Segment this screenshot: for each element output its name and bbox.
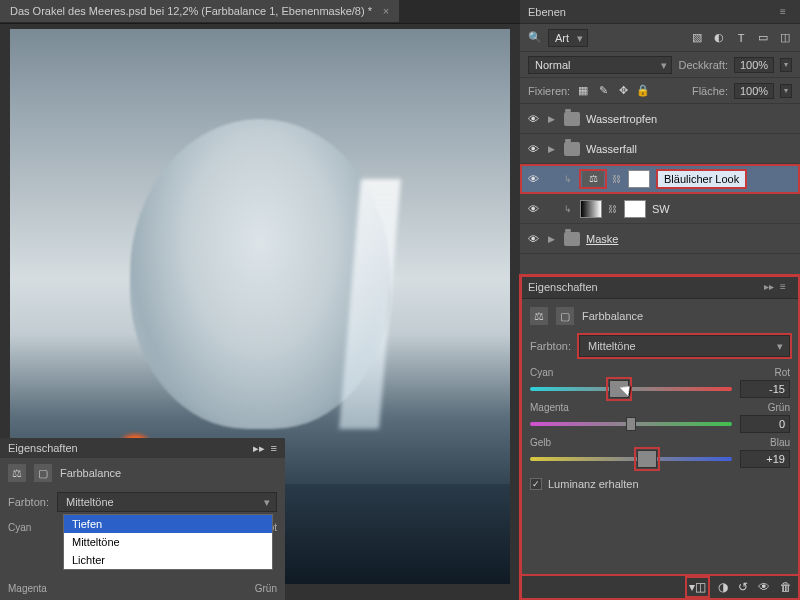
link-icon[interactable]: ⛓: [608, 204, 618, 214]
color-balance-icon: ⚖: [530, 307, 548, 325]
properties-panel-header[interactable]: Eigenschaften ▸▸ ≡: [520, 275, 800, 299]
layer-group[interactable]: 👁 ▶ Wasserfall: [520, 134, 800, 164]
layers-filter-row: 🔍 Art ▧ ◐ T ▭ ◫: [520, 24, 800, 52]
slider-magenta-green-labels: Magenta Grün: [8, 583, 277, 594]
panel-menu-icon[interactable]: ≡: [271, 442, 277, 455]
tone-value: Mitteltöne: [588, 340, 636, 352]
layer-adjustment[interactable]: 👁 ↳ ⛓ SW: [520, 194, 800, 224]
dropdown-option[interactable]: Tiefen: [64, 515, 272, 533]
opacity-stepper-icon[interactable]: ▾: [780, 58, 792, 72]
color-balance-icon: ⚖: [582, 170, 604, 188]
lock-move-icon[interactable]: ✥: [616, 84, 630, 98]
opacity-value[interactable]: 100%: [734, 57, 774, 73]
slider-thumb[interactable]: [609, 380, 629, 398]
properties-panel: Eigenschaften ▸▸ ≡ ⚖ ▢ Farbbalance Farbt…: [520, 275, 800, 600]
dropdown-option[interactable]: Lichter: [64, 551, 272, 569]
layer-kind-dropdown[interactable]: Art: [548, 29, 588, 47]
layer-mask[interactable]: [628, 170, 650, 188]
tone-label: Farbton:: [8, 496, 49, 508]
tone-dropdown-list: Tiefen Mitteltöne Lichter: [63, 514, 273, 570]
preserve-luminosity-label: Luminanz erhalten: [548, 478, 639, 490]
slider-left-label: Magenta: [530, 402, 569, 413]
tone-dropdown[interactable]: Mitteltöne: [579, 335, 790, 357]
folder-icon: [564, 142, 580, 156]
layer-mask[interactable]: [624, 200, 646, 218]
panel-menu-icon[interactable]: ≡: [780, 281, 792, 293]
layer-group[interactable]: 👁 ▶ Wassertropfen: [520, 104, 800, 134]
document-title: Das Orakel des Meeres.psd bei 12,2% (Far…: [10, 5, 372, 17]
visibility-icon[interactable]: 👁: [528, 203, 542, 215]
fill-stepper-icon[interactable]: ▾: [780, 84, 792, 98]
expand-icon[interactable]: ▶: [548, 144, 558, 154]
lock-all-icon[interactable]: 🔒: [636, 84, 650, 98]
delete-icon[interactable]: 🗑: [780, 580, 792, 594]
properties-body: ⚖ ▢ Farbbalance Farbton: Mitteltöne Cyan…: [520, 299, 800, 498]
clip-icon: ↳: [564, 204, 574, 214]
adjustment-title-row: ⚖ ▢ Farbbalance: [530, 307, 790, 325]
panel-menu-icon[interactable]: ≡: [780, 6, 792, 18]
toggle-visibility-icon[interactable]: 👁: [758, 580, 770, 594]
slider-left-label: Cyan: [530, 367, 553, 378]
layer-name[interactable]: Wassertropfen: [586, 113, 657, 125]
slider-right-label: Rot: [774, 367, 790, 378]
preserve-luminosity-row[interactable]: ✓ Luminanz erhalten: [530, 478, 790, 490]
expand-icon[interactable]: ▶: [548, 234, 558, 244]
slider-value[interactable]: +19: [740, 450, 790, 468]
properties-panel-title: Eigenschaften: [528, 281, 598, 293]
document-tab-bar: Das Orakel des Meeres.psd bei 12,2% (Far…: [0, 0, 520, 24]
slider-yellow-blue: GelbBlau +19: [530, 437, 790, 468]
visibility-icon[interactable]: 👁: [528, 113, 542, 125]
filter-image-icon[interactable]: ▧: [690, 31, 704, 45]
folder-icon: [564, 112, 580, 126]
slider-value[interactable]: -15: [740, 380, 790, 398]
close-icon[interactable]: ×: [383, 5, 389, 17]
reset-icon[interactable]: ↺: [738, 580, 748, 594]
visibility-icon[interactable]: 👁: [528, 143, 542, 155]
visibility-icon[interactable]: 👁: [528, 233, 542, 245]
layer-name[interactable]: SW: [652, 203, 670, 215]
lock-paint-icon[interactable]: ✎: [596, 84, 610, 98]
slider-left-label: Magenta: [8, 583, 47, 594]
document-tab[interactable]: Das Orakel des Meeres.psd bei 12,2% (Far…: [0, 0, 399, 22]
layers-panel-title: Ebenen: [528, 6, 566, 18]
mask-icon[interactable]: ▢: [34, 464, 52, 482]
layer-group[interactable]: 👁 ▶ Maske: [520, 224, 800, 254]
properties-panel-left-header[interactable]: Eigenschaften ▸▸≡: [0, 438, 285, 458]
search-icon[interactable]: 🔍: [528, 31, 542, 44]
view-previous-icon[interactable]: ◑: [718, 580, 728, 594]
properties-panel-left-title: Eigenschaften: [8, 442, 78, 454]
layer-name[interactable]: Wasserfall: [586, 143, 637, 155]
filter-shape-icon[interactable]: ▭: [756, 31, 770, 45]
slider-track[interactable]: [530, 387, 732, 391]
adjustment-title: Farbbalance: [582, 310, 643, 322]
clip-to-layer-icon[interactable]: ▾◫: [687, 578, 708, 596]
layer-adjustment-selected[interactable]: 👁 ↳ ⚖ ⛓ Bläulicher Look: [520, 164, 800, 194]
lock-transparent-icon[interactable]: ▦: [576, 84, 590, 98]
fill-value[interactable]: 100%: [734, 83, 774, 99]
slider-thumb[interactable]: [637, 450, 657, 468]
properties-left-body: ⚖ ▢ Farbbalance Farbton: Mitteltöne Tief…: [0, 458, 285, 600]
layers-panel-header[interactable]: Ebenen ≡: [520, 0, 800, 24]
filter-adjust-icon[interactable]: ◐: [712, 31, 726, 45]
filter-type-icon[interactable]: T: [734, 31, 748, 45]
layer-name-edit[interactable]: Bläulicher Look: [656, 169, 747, 189]
blend-mode-dropdown[interactable]: Normal: [528, 56, 672, 74]
slider-left-label: Cyan: [8, 522, 31, 533]
layer-name[interactable]: Maske: [586, 233, 618, 245]
panel-collapse-icon[interactable]: ▸▸: [764, 281, 776, 293]
opacity-label: Deckkraft:: [678, 59, 728, 71]
filter-smart-icon[interactable]: ◫: [778, 31, 792, 45]
dropdown-option[interactable]: Mitteltöne: [64, 533, 272, 551]
slider-thumb[interactable]: [626, 417, 636, 431]
slider-track[interactable]: [530, 457, 732, 461]
checkbox-icon[interactable]: ✓: [530, 478, 542, 490]
slider-value[interactable]: 0: [740, 415, 790, 433]
link-icon[interactable]: ⛓: [612, 174, 622, 184]
slider-track[interactable]: [530, 422, 732, 426]
tone-dropdown[interactable]: Mitteltöne: [57, 492, 277, 512]
panel-collapse-icon[interactable]: ▸▸: [253, 442, 265, 455]
visibility-icon[interactable]: 👁: [528, 173, 542, 185]
expand-icon[interactable]: ▶: [548, 114, 558, 124]
slider-magenta-green: MagentaGrün 0: [530, 402, 790, 433]
mask-icon[interactable]: ▢: [556, 307, 574, 325]
